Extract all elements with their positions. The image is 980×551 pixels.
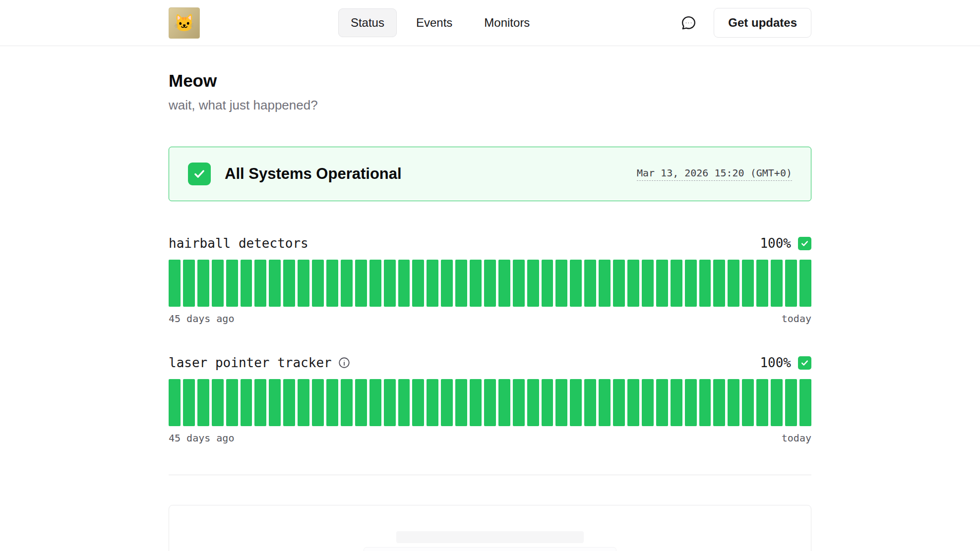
uptime-bar[interactable]	[384, 379, 396, 426]
uptime-bar[interactable]	[785, 379, 797, 426]
uptime-bar[interactable]	[384, 260, 396, 307]
uptime-bar[interactable]	[713, 260, 725, 307]
uptime-bar[interactable]	[341, 379, 353, 426]
uptime-bar[interactable]	[269, 379, 281, 426]
uptime-bar[interactable]	[183, 379, 195, 426]
uptime-bar[interactable]	[455, 379, 467, 426]
uptime-bar[interactable]	[570, 260, 582, 307]
uptime-bar[interactable]	[671, 379, 682, 426]
uptime-bar[interactable]	[212, 260, 224, 307]
uptime-bar[interactable]	[513, 260, 525, 307]
uptime-bar[interactable]	[226, 260, 238, 307]
uptime-bar[interactable]	[283, 260, 295, 307]
uptime-bar[interactable]	[455, 260, 467, 307]
uptime-bar[interactable]	[254, 379, 266, 426]
uptime-bar[interactable]	[312, 260, 324, 307]
uptime-bar[interactable]	[756, 260, 768, 307]
uptime-bar[interactable]	[197, 260, 209, 307]
status-timestamp[interactable]: Mar 13, 2026 15:20 (GMT+0)	[637, 167, 792, 181]
uptime-bar[interactable]	[470, 379, 482, 426]
uptime-bar[interactable]	[685, 379, 697, 426]
uptime-bar[interactable]	[527, 379, 539, 426]
uptime-bar[interactable]	[412, 379, 424, 426]
info-icon[interactable]	[338, 356, 351, 369]
uptime-bar[interactable]	[441, 379, 453, 426]
uptime-bar[interactable]	[699, 260, 711, 307]
uptime-bar[interactable]	[542, 379, 553, 426]
uptime-bar[interactable]	[627, 260, 639, 307]
uptime-bar[interactable]	[613, 379, 625, 426]
uptime-bar[interactable]	[599, 260, 611, 307]
uptime-bar[interactable]	[685, 260, 697, 307]
uptime-bar[interactable]	[369, 260, 381, 307]
feedback-button[interactable]	[680, 15, 697, 31]
uptime-bar[interactable]	[742, 260, 754, 307]
uptime-bar[interactable]	[312, 379, 324, 426]
uptime-bar[interactable]	[555, 260, 567, 307]
uptime-bar[interactable]	[799, 379, 811, 426]
uptime-bar[interactable]	[728, 260, 739, 307]
uptime-bar[interactable]	[713, 379, 725, 426]
uptime-bar[interactable]	[542, 260, 553, 307]
uptime-bar[interactable]	[484, 260, 496, 307]
uptime-bar[interactable]	[427, 379, 438, 426]
uptime-bar[interactable]	[584, 379, 596, 426]
uptime-bar[interactable]	[355, 260, 367, 307]
uptime-bar[interactable]	[656, 260, 668, 307]
uptime-bar[interactable]	[183, 260, 195, 307]
uptime-bar[interactable]	[699, 379, 711, 426]
tab-status[interactable]: Status	[338, 8, 397, 37]
uptime-bar-chart[interactable]	[169, 260, 811, 307]
uptime-bar[interactable]	[226, 379, 238, 426]
uptime-bar[interactable]	[298, 260, 309, 307]
uptime-bar[interactable]	[756, 379, 768, 426]
get-updates-button[interactable]: Get updates	[714, 8, 811, 38]
uptime-bar[interactable]	[427, 260, 438, 307]
uptime-bar[interactable]	[197, 379, 209, 426]
uptime-bar[interactable]	[728, 379, 739, 426]
tab-monitors[interactable]: Monitors	[472, 8, 542, 37]
uptime-bar[interactable]	[355, 379, 367, 426]
uptime-bar[interactable]	[169, 260, 181, 307]
uptime-bar[interactable]	[671, 260, 682, 307]
uptime-bar[interactable]	[642, 260, 654, 307]
uptime-bar[interactable]	[169, 379, 181, 426]
uptime-bar[interactable]	[613, 260, 625, 307]
uptime-bar[interactable]	[254, 260, 266, 307]
uptime-bar[interactable]	[785, 260, 797, 307]
uptime-bar[interactable]	[771, 379, 783, 426]
uptime-bar[interactable]	[341, 260, 353, 307]
uptime-bar[interactable]	[627, 379, 639, 426]
uptime-bar[interactable]	[283, 379, 295, 426]
uptime-bar[interactable]	[241, 260, 252, 307]
uptime-bar[interactable]	[799, 260, 811, 307]
uptime-bar[interactable]	[326, 379, 338, 426]
uptime-bar[interactable]	[326, 260, 338, 307]
uptime-bar[interactable]	[498, 379, 510, 426]
uptime-bar[interactable]	[498, 260, 510, 307]
uptime-bar[interactable]	[555, 379, 567, 426]
tab-events[interactable]: Events	[404, 8, 465, 37]
uptime-bar[interactable]	[584, 260, 596, 307]
uptime-bar[interactable]	[599, 379, 611, 426]
uptime-bar[interactable]	[513, 379, 525, 426]
uptime-bar[interactable]	[441, 260, 453, 307]
uptime-bar[interactable]	[771, 260, 783, 307]
uptime-bar[interactable]	[212, 379, 224, 426]
uptime-bar[interactable]	[412, 260, 424, 307]
uptime-bar-chart[interactable]	[169, 379, 811, 426]
uptime-bar[interactable]	[298, 379, 309, 426]
uptime-bar[interactable]	[570, 379, 582, 426]
uptime-bar[interactable]	[398, 260, 410, 307]
uptime-bar[interactable]	[241, 379, 252, 426]
uptime-bar[interactable]	[398, 379, 410, 426]
uptime-bar[interactable]	[470, 260, 482, 307]
uptime-bar[interactable]	[656, 379, 668, 426]
uptime-bar[interactable]	[642, 379, 654, 426]
uptime-bar[interactable]	[269, 260, 281, 307]
site-logo[interactable]: 🐱	[169, 7, 200, 39]
uptime-bar[interactable]	[484, 379, 496, 426]
uptime-bar[interactable]	[369, 379, 381, 426]
uptime-bar[interactable]	[742, 379, 754, 426]
uptime-bar[interactable]	[527, 260, 539, 307]
